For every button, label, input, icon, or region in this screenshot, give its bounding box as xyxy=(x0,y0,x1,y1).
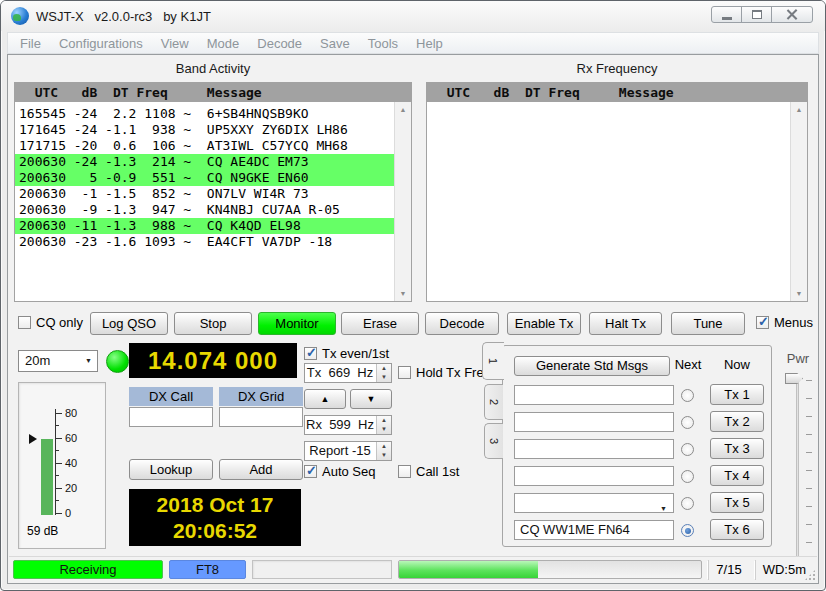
rx-freq-spinner[interactable]: Rx 599 Hz ▲ ▼ xyxy=(304,415,392,435)
band-activity-scrollbar[interactable]: ▲ ▼ xyxy=(394,102,411,301)
meter-value-label: 59 dB xyxy=(27,524,58,538)
halt-tx-button[interactable]: Halt Tx xyxy=(589,312,662,335)
meter-tick xyxy=(55,475,59,476)
add-button[interactable]: Add xyxy=(219,459,303,480)
log-qso-button[interactable]: Log QSO xyxy=(90,312,168,335)
decode-row[interactable]: 200630 -23 -1.6 1093 ~ EA4CFT VA7DP -18 xyxy=(15,234,394,250)
spin-down-icon[interactable]: ▼ xyxy=(377,373,391,382)
menu-item-mode[interactable]: Mode xyxy=(198,36,249,51)
next-radio-1[interactable] xyxy=(681,389,694,402)
decode-row[interactable]: 200630 -9 -1.3 947 ~ KN4NBJ CU7AA R-05 xyxy=(15,202,394,218)
decode-row[interactable]: 200630 -24 -1.3 214 ~ CQ AE4DC EM73 xyxy=(15,154,394,170)
next-radio-4[interactable] xyxy=(681,470,694,483)
pwr-slider-ticks xyxy=(806,380,812,560)
report-spinner[interactable]: Report -15 ▲ ▼ xyxy=(304,441,392,461)
stop-button[interactable]: Stop xyxy=(174,312,252,335)
spin-up-icon[interactable]: ▲ xyxy=(377,364,391,373)
tx4-button[interactable]: Tx 4 xyxy=(710,465,764,486)
close-button[interactable] xyxy=(771,6,813,23)
minimize-button[interactable] xyxy=(711,6,742,23)
menu-item-save[interactable]: Save xyxy=(311,36,359,51)
rx-frequency-rows[interactable] xyxy=(427,102,790,301)
checkbox-icon[interactable] xyxy=(756,316,769,329)
tx3-button[interactable]: Tx 3 xyxy=(710,438,764,459)
spin-up-icon[interactable]: ▲ xyxy=(377,416,391,425)
tune-button[interactable]: Tune xyxy=(671,312,745,335)
menu-item-configurations[interactable]: Configurations xyxy=(50,36,152,51)
meter-tick xyxy=(55,425,59,426)
spin-down-icon[interactable]: ▼ xyxy=(377,425,391,434)
pwr-slider-track[interactable] xyxy=(796,375,799,561)
decode-row[interactable]: 171715 -20 0.6 106 ~ AT3IWL C57YCQ MH68 xyxy=(15,138,394,154)
meter-tick-label: 0 xyxy=(65,508,71,519)
menu-item-decode[interactable]: Decode xyxy=(248,36,311,51)
decode-row[interactable]: 171645 -24 -1.1 938 ~ UP5XXY ZY6DIX LH86 xyxy=(15,122,394,138)
spinner-arrows[interactable]: ▲ ▼ xyxy=(376,416,391,434)
freq-down-button[interactable]: ▼ xyxy=(350,389,392,409)
spin-down-icon[interactable]: ▼ xyxy=(377,451,391,460)
dx-call-input[interactable] xyxy=(129,407,213,427)
scroll-up-icon[interactable]: ▲ xyxy=(791,106,807,113)
time-display: 20:06:52 xyxy=(129,518,301,544)
tx-message-field-2[interactable] xyxy=(514,412,674,432)
band-select[interactable]: 20m ▼ xyxy=(18,350,98,372)
generate-std-msgs-button[interactable]: Generate Std Msgs xyxy=(514,356,670,376)
maximize-button[interactable] xyxy=(741,6,772,23)
tx2-button[interactable]: Tx 2 xyxy=(710,411,764,432)
tab-2[interactable]: 2 xyxy=(484,384,503,420)
dx-grid-input[interactable] xyxy=(219,407,303,427)
call-1st-checkbox[interactable]: Call 1st xyxy=(398,464,459,479)
checkbox-icon[interactable] xyxy=(398,366,411,379)
tx6-button[interactable]: Tx 6 xyxy=(710,519,764,540)
enable-tx-button[interactable]: Enable Tx xyxy=(507,312,581,335)
tab-3[interactable]: 3 xyxy=(484,423,503,459)
pwr-slider-handle[interactable] xyxy=(785,373,803,384)
next-radio-2[interactable] xyxy=(681,416,694,429)
decode-row[interactable]: 200630 -11 -1.3 988 ~ CQ K4QD EL98 xyxy=(15,218,394,234)
menu-item-help[interactable]: Help xyxy=(407,36,452,51)
scroll-down-icon[interactable]: ▼ xyxy=(395,290,411,297)
title-bar[interactable]: WSJT-X v2.0.0-rc3 by K1JT xyxy=(1,1,825,31)
auto-seq-checkbox[interactable]: Auto Seq xyxy=(304,464,376,479)
spinner-arrows[interactable]: ▲ ▼ xyxy=(376,364,391,382)
menu-bar: FileConfigurationsViewModeDecodeSaveTool… xyxy=(7,32,819,54)
decode-row[interactable]: 200630 5 -0.9 551 ~ CQ N9GKE EN60 xyxy=(15,170,394,186)
rx-frequency-scrollbar[interactable]: ▲ ▼ xyxy=(790,102,807,301)
checkbox-icon[interactable] xyxy=(304,465,317,478)
next-radio-5[interactable] xyxy=(681,497,694,510)
decode-button[interactable]: Decode xyxy=(425,312,499,335)
spinner-arrows[interactable]: ▲ ▼ xyxy=(376,442,391,460)
cq-only-checkbox[interactable]: CQ only xyxy=(18,315,83,330)
freq-up-button[interactable]: ▲ xyxy=(304,389,346,409)
lookup-button[interactable]: Lookup xyxy=(129,459,213,480)
menu-item-view[interactable]: View xyxy=(152,36,198,51)
menu-item-file[interactable]: File xyxy=(11,36,50,51)
menu-item-tools[interactable]: Tools xyxy=(359,36,407,51)
menus-checkbox[interactable]: Menus xyxy=(756,315,813,330)
decode-row[interactable]: 200630 -1 -1.5 852 ~ ON7LV WI4R 73 xyxy=(15,186,394,202)
tx-message-field-5[interactable]: ▼ xyxy=(514,493,674,513)
scroll-up-icon[interactable]: ▲ xyxy=(395,106,411,113)
decode-row[interactable]: 165545 -24 2.2 1108 ~ 6+SB4HNQSB9KO xyxy=(15,106,394,122)
tx-freq-spinner[interactable]: Tx 669 Hz ▲ ▼ xyxy=(304,363,392,383)
tx-message-field-6[interactable]: CQ WW1ME FN64 xyxy=(514,520,674,540)
tx-message-field-1[interactable] xyxy=(514,385,674,405)
hold-tx-freq-checkbox[interactable]: Hold Tx Freq xyxy=(398,365,491,380)
tx-even-checkbox[interactable]: Tx even/1st xyxy=(304,346,389,361)
next-radio-3[interactable] xyxy=(681,443,694,456)
monitor-button[interactable]: Monitor xyxy=(258,312,336,335)
tab-1[interactable]: 1 xyxy=(482,342,504,380)
tx1-button[interactable]: Tx 1 xyxy=(710,384,764,405)
spin-up-icon[interactable]: ▲ xyxy=(377,442,391,451)
checkbox-icon[interactable] xyxy=(304,347,317,360)
checkbox-icon[interactable] xyxy=(398,465,411,478)
checkbox-icon[interactable] xyxy=(18,316,31,329)
frequency-display: 14.074 000 xyxy=(129,343,297,378)
tx5-button[interactable]: Tx 5 xyxy=(710,492,764,513)
next-radio-6[interactable] xyxy=(681,524,694,537)
tx-message-field-4[interactable] xyxy=(514,466,674,486)
erase-button[interactable]: Erase xyxy=(341,312,419,335)
scroll-down-icon[interactable]: ▼ xyxy=(791,290,807,297)
tx-message-field-3[interactable] xyxy=(514,439,674,459)
band-activity-rows[interactable]: 165545 -24 2.2 1108 ~ 6+SB4HNQSB9KO17164… xyxy=(15,102,394,301)
